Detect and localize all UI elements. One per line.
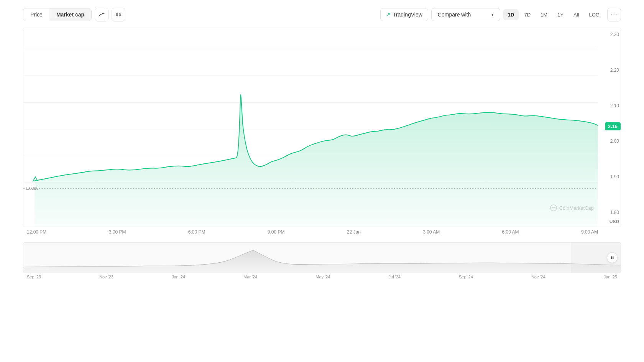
compare-label: Compare with — [438, 12, 471, 18]
time-log-button[interactable]: LOG — [585, 9, 604, 20]
time-1m-button[interactable]: 1M — [536, 9, 552, 20]
mini-x-jan25: Jan '25 — [604, 275, 617, 279]
time-range-group: 1D 7D 1M 1Y All LOG — [503, 9, 604, 20]
line-chart-button[interactable] — [95, 8, 108, 21]
mini-x-sep24: Sep '24 — [459, 275, 473, 279]
y-label-220: 2.20 — [598, 67, 621, 73]
x-label-300am: 3:00 AM — [423, 229, 440, 235]
mini-x-mar24: Mar '24 — [243, 275, 257, 279]
x-label-900pm: 9:00 PM — [268, 229, 285, 235]
y-label-180: 1.80 — [598, 210, 621, 215]
y-label-190: 1.90 — [598, 174, 621, 179]
cmc-logo-icon — [550, 204, 557, 211]
tradingview-button[interactable]: ↗ TradingView — [380, 8, 428, 21]
chevron-down-icon: ▾ — [491, 12, 494, 17]
line-chart-icon — [99, 12, 105, 18]
svg-rect-16 — [613, 257, 614, 259]
view-toggle: Price Market cap — [23, 8, 92, 21]
mini-chart-wrapper: Sep '23 Nov '23 Jan '24 Mar '24 May '24 … — [23, 239, 621, 279]
more-options-button[interactable]: ··· — [607, 8, 621, 21]
price-button[interactable]: Price — [23, 8, 49, 21]
x-label-1200pm: 12:00 PM — [27, 229, 46, 235]
market-cap-button[interactable]: Market cap — [49, 8, 91, 21]
mini-chart-svg — [23, 243, 621, 273]
mini-x-jul24: Jul '24 — [389, 275, 401, 279]
mini-x-jan24: Jan '24 — [172, 275, 185, 279]
current-price-badge: 2.16 — [605, 122, 621, 130]
y-label-230: 2.30 — [598, 32, 621, 37]
more-icon: ··· — [611, 11, 618, 19]
time-1y-button[interactable]: 1Y — [553, 9, 568, 20]
svg-point-13 — [550, 205, 557, 211]
chart-toolbar: Price Market cap ↗ TradingView Compare w… — [23, 8, 621, 21]
time-all-button[interactable]: All — [569, 9, 583, 20]
tradingview-label: TradingView — [393, 12, 422, 18]
mini-x-may24: May '24 — [315, 275, 330, 279]
svg-rect-15 — [611, 257, 612, 259]
chart-svg — [23, 28, 598, 227]
candlestick-button[interactable] — [112, 8, 125, 21]
chart-wrapper: 2.30 2.20 2.10 2.00 1.90 1.80 USD 2.16 1… — [23, 28, 621, 354]
x-label-22jan: 22 Jan — [347, 229, 361, 235]
x-label-600am: 6:00 AM — [502, 229, 519, 235]
compare-dropdown[interactable]: Compare with ▾ — [431, 8, 500, 21]
main-chart: 2.30 2.20 2.10 2.00 1.90 1.80 USD 2.16 1… — [23, 28, 621, 227]
y-label-200: 2.00 — [598, 138, 621, 144]
pause-button[interactable] — [607, 252, 618, 263]
x-label-900am: 9:00 AM — [581, 229, 598, 235]
x-axis: 12:00 PM 3:00 PM 6:00 PM 9:00 PM 22 Jan … — [23, 227, 621, 235]
mini-x-sep23: Sep '23 — [27, 275, 41, 279]
x-label-300pm: 3:00 PM — [109, 229, 126, 235]
mini-chart — [23, 242, 621, 273]
tradingview-icon: ↗ — [386, 12, 391, 18]
pause-icon — [610, 256, 614, 260]
coinmarketcap-watermark: CoinMarketCap — [550, 204, 594, 211]
svg-rect-0 — [117, 13, 118, 16]
time-1d-button[interactable]: 1D — [503, 9, 519, 20]
time-7d-button[interactable]: 7D — [519, 9, 535, 20]
usd-label: USD — [610, 219, 619, 224]
y-label-210: 2.10 — [598, 103, 621, 109]
svg-rect-3 — [119, 14, 120, 16]
mini-x-axis: Sep '23 Nov '23 Jan '24 Mar '24 May '24 … — [23, 273, 621, 279]
mini-x-nov23: Nov '23 — [99, 275, 113, 279]
watermark-text: CoinMarketCap — [559, 205, 594, 211]
candlestick-icon — [115, 12, 122, 18]
mini-x-nov24: Nov '24 — [531, 275, 545, 279]
x-label-600pm: 6:00 PM — [188, 229, 205, 235]
min-price-label: 1.8336 — [26, 186, 39, 191]
